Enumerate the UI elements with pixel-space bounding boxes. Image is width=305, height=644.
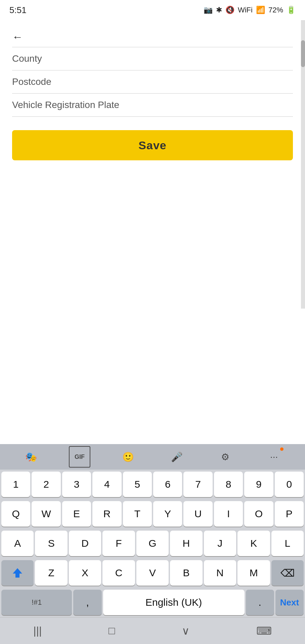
asdf-row: A S D F G H J K L [0,529,305,558]
key-d[interactable]: D [69,531,101,556]
key-y[interactable]: Y [153,501,182,527]
key-4[interactable]: 4 [92,472,121,497]
key-p[interactable]: P [275,501,304,527]
back-row: ← [12,27,293,47]
county-label: County [12,53,293,70]
wifi-icon: WiFi [238,6,253,14]
nav-down-button[interactable]: ∨ [182,625,189,637]
key-s[interactable]: S [35,531,67,556]
back-button[interactable]: ← [12,31,23,43]
key-8[interactable]: 8 [214,472,243,497]
key-m[interactable]: M [237,560,270,586]
key-q[interactable]: Q [1,501,30,527]
county-field[interactable]: County [12,47,293,70]
key-h[interactable]: H [170,531,202,556]
key-9[interactable]: 9 [244,472,273,497]
svg-marker-0 [13,568,22,578]
keyboard-toolbar: 🎭 GIF 🙂 🎤 ⚙ ··· [0,444,305,470]
mute-icon: 🔇 [225,6,234,14]
key-0[interactable]: 0 [275,472,304,497]
battery-text: 72% [268,6,283,14]
notification-dot [280,447,284,451]
status-bar: 5:51 📷 ✱ 🔇 WiFi 📶 72% 🔋 [0,0,305,20]
next-key[interactable]: Next [275,590,304,615]
scrollbar-thumb[interactable] [301,40,305,67]
camera-icon: 📷 [204,6,213,14]
key-5[interactable]: 5 [123,472,152,497]
shift-key[interactable] [1,560,34,586]
key-l[interactable]: L [271,531,304,556]
key-r[interactable]: R [92,501,121,527]
number-row: 1 2 3 4 5 6 7 8 9 0 [0,470,305,499]
key-7[interactable]: 7 [183,472,212,497]
key-k[interactable]: K [237,531,270,556]
emoji-icon[interactable]: 🙂 [118,446,139,468]
key-x[interactable]: X [69,560,101,586]
keyboard-area: 🎭 GIF 🙂 🎤 ⚙ ··· 1 2 3 4 5 6 7 8 9 0 Q W … [0,444,305,644]
key-g[interactable]: G [136,531,169,556]
qwerty-row: Q W E R T Y U I O P [0,499,305,529]
nav-home-button[interactable]: □ [108,625,115,637]
key-6[interactable]: 6 [153,472,182,497]
zxcv-row: Z X C V B N M ⌫ [0,558,305,588]
space-key[interactable]: English (UK) [103,590,245,615]
symbols-key[interactable]: !#1 [1,590,72,615]
battery-icon: 🔋 [287,6,296,14]
key-v[interactable]: V [136,560,169,586]
save-button[interactable]: Save [12,130,293,160]
mic-icon[interactable]: 🎤 [166,446,187,468]
app-content: ← County Postcode Vehicle Registration P… [0,20,305,167]
backspace-icon: ⌫ [280,567,295,579]
gif-icon[interactable]: GIF [69,446,90,468]
status-time: 5:51 [9,5,27,15]
key-3[interactable]: 3 [62,472,91,497]
key-e[interactable]: E [62,501,91,527]
key-n[interactable]: N [204,560,236,586]
bluetooth-icon: ✱ [216,6,222,14]
comma-key[interactable]: , [73,590,101,615]
key-a[interactable]: A [1,531,34,556]
nav-bar: ||| □ ∨ ⌨ [0,617,305,644]
postcode-field[interactable]: Postcode [12,70,293,94]
sticker-icon[interactable]: 🎭 [20,446,42,468]
postcode-label: Postcode [12,76,293,93]
bottom-row: !#1 , English (UK) . Next [0,588,305,617]
vehicle-reg-label: Vehicle Registration Plate [12,100,293,116]
nav-back-button[interactable]: ||| [33,625,42,637]
backspace-key[interactable]: ⌫ [271,560,304,586]
period-key[interactable]: . [246,590,274,615]
key-f[interactable]: F [102,531,135,556]
more-icon[interactable]: ··· [263,446,285,468]
key-t[interactable]: T [123,501,152,527]
key-z[interactable]: Z [35,560,67,586]
key-o[interactable]: O [244,501,273,527]
scrollbar-track[interactable] [301,20,305,309]
settings-icon[interactable]: ⚙ [215,446,236,468]
key-1[interactable]: 1 [1,472,30,497]
key-b[interactable]: B [170,560,202,586]
key-w[interactable]: W [32,501,60,527]
key-j[interactable]: J [204,531,236,556]
vehicle-reg-field[interactable]: Vehicle Registration Plate [12,94,293,117]
status-icons: 📷 ✱ 🔇 WiFi 📶 72% 🔋 [204,6,296,14]
key-u[interactable]: U [183,501,212,527]
nav-keyboard-button[interactable]: ⌨ [256,625,272,637]
key-2[interactable]: 2 [32,472,60,497]
signal-icon: 📶 [256,6,265,14]
key-i[interactable]: I [214,501,243,527]
save-button-wrapper: Save [12,130,293,167]
key-c[interactable]: C [102,560,135,586]
